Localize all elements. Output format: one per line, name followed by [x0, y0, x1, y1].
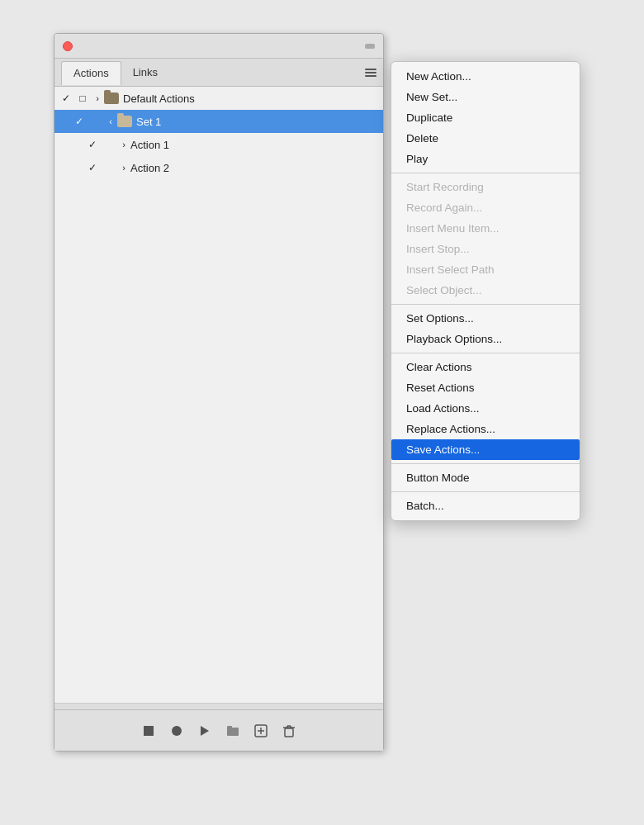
close-button[interactable] [63, 41, 73, 51]
separator-4 [391, 463, 580, 464]
chevron-action2[interactable]: › [117, 163, 130, 173]
actions-panel: Actions Links ✓ □ › Default Actions ✓ ‹ … [54, 33, 384, 752]
stop-button[interactable] [140, 723, 157, 739]
menu-item-new-set[interactable]: New Set... [391, 87, 580, 107]
separator-3 [391, 353, 580, 353]
separator-1 [391, 173, 580, 173]
menu-item-clear-actions[interactable]: Clear Actions [391, 357, 580, 377]
check-set1: ✓ [71, 116, 88, 127]
svg-marker-2 [201, 726, 209, 736]
chevron-action1[interactable]: › [117, 140, 130, 149]
chevron-default-actions[interactable]: › [91, 93, 104, 103]
dropdown-menu: New Action... New Set... Duplicate Delet… [391, 61, 580, 521]
label-action2: Action 2 [130, 162, 380, 174]
separator-5 [391, 491, 580, 492]
new-set-button[interactable] [253, 723, 269, 739]
menu-item-select-object: Select Object... [391, 280, 580, 301]
check-action1: ✓ [84, 139, 101, 150]
scrollbar[interactable] [54, 703, 383, 709]
menu-item-play[interactable]: Play [391, 149, 580, 169]
check-default-actions: ✓ [58, 92, 74, 104]
tree-item-action2[interactable]: ✓ › Action 2 [54, 156, 383, 179]
panel-toolbar [54, 709, 383, 751]
play-button[interactable] [197, 723, 213, 739]
exclude-default-actions: □ [74, 92, 91, 104]
menu-item-insert-select-path: Insert Select Path [391, 259, 580, 280]
panel-menu-icon[interactable] [363, 67, 376, 78]
menu-item-new-action[interactable]: New Action... [391, 66, 580, 87]
menu-item-insert-menu-item: Insert Menu Item... [391, 218, 580, 239]
svg-rect-0 [144, 726, 154, 736]
tab-links[interactable]: Links [121, 61, 169, 83]
folder-icon-set1 [117, 116, 132, 127]
menu-item-save-actions[interactable]: Save Actions... [391, 439, 580, 460]
menu-item-start-recording: Start Recording [391, 177, 580, 197]
tab-actions[interactable]: Actions [61, 61, 121, 85]
menu-item-button-mode[interactable]: Button Mode [391, 467, 580, 488]
collapse-button[interactable] [365, 44, 375, 49]
label-set1: Set 1 [136, 116, 380, 128]
check-action2: ✓ [84, 162, 101, 173]
menu-item-load-actions[interactable]: Load Actions... [391, 398, 580, 419]
menu-item-duplicate[interactable]: Duplicate [391, 107, 580, 128]
separator-2 [391, 304, 580, 305]
panel-content: ✓ □ › Default Actions ✓ ‹ Set 1 ✓ › Acti… [54, 87, 383, 703]
svg-rect-4 [227, 726, 232, 729]
tree-item-action1[interactable]: ✓ › Action 1 [54, 133, 383, 156]
open-folder-button[interactable] [225, 723, 241, 739]
menu-item-delete[interactable]: Delete [391, 128, 580, 149]
folder-icon-default-actions [104, 92, 119, 104]
svg-point-1 [172, 726, 182, 736]
delete-button[interactable] [281, 723, 297, 739]
label-default-actions: Default Actions [123, 92, 380, 105]
menu-item-reset-actions[interactable]: Reset Actions [391, 377, 580, 398]
menu-item-replace-actions[interactable]: Replace Actions... [391, 419, 580, 439]
menu-item-batch[interactable]: Batch... [391, 495, 580, 516]
tree-item-set1[interactable]: ✓ ‹ Set 1 [54, 110, 383, 133]
label-action1: Action 1 [130, 139, 380, 151]
menu-item-playback-options[interactable]: Playback Options... [391, 329, 580, 349]
chevron-set1[interactable]: ‹ [104, 116, 117, 126]
menu-item-record-again: Record Again... [391, 197, 580, 218]
panel-titlebar [54, 34, 383, 59]
panel-tabs: Actions Links [54, 59, 383, 87]
svg-rect-8 [285, 728, 293, 737]
menu-item-insert-stop: Insert Stop... [391, 239, 580, 259]
record-button[interactable] [168, 723, 185, 739]
menu-item-set-options[interactable]: Set Options... [391, 308, 580, 329]
tree-item-default-actions[interactable]: ✓ □ › Default Actions [54, 87, 383, 110]
